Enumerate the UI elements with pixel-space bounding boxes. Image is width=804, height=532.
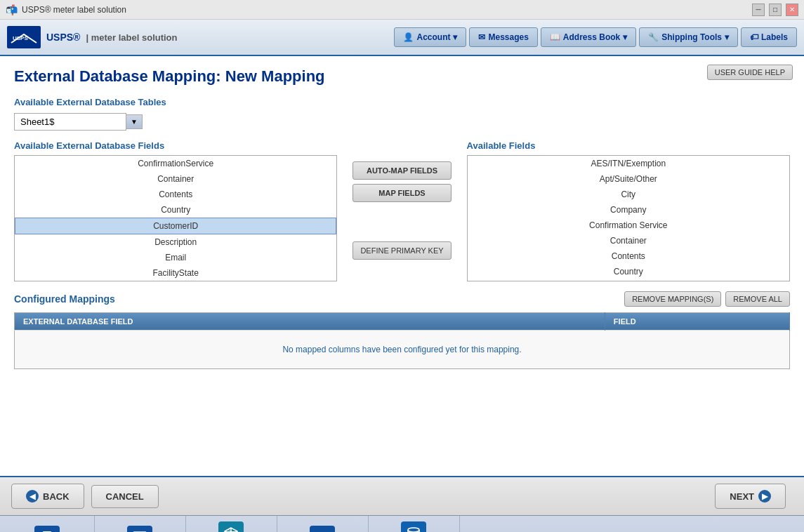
next-label: NEXT: [730, 491, 754, 502]
logo-subtitle: | meter label solution: [86, 32, 177, 43]
taskbar-create-shipments[interactable]: Create Shipments: [0, 516, 95, 532]
account-icon: 👤: [403, 32, 414, 42]
main-content: USER GUIDE HELP External Database Mappin…: [0, 56, 804, 476]
shipping-tools-chevron-icon: ▾: [725, 32, 729, 42]
title-bar-text: USPS® meter label solution: [22, 5, 126, 15]
address-book-icon: 📖: [550, 32, 560, 42]
usps-logo: USPS USPS® | meter label solution: [7, 26, 178, 48]
mappings-body: No mapped columns have been configured y…: [15, 331, 790, 369]
right-panel-title: Available Fields: [467, 140, 790, 151]
database-management-icon: [401, 521, 426, 532]
logo-usps-text: USPS®: [46, 32, 80, 43]
no-mappings-row: No mapped columns have been configured y…: [15, 331, 790, 369]
user-guide-button[interactable]: USER GUIDE HELP: [707, 65, 793, 80]
remove-all-button[interactable]: REMOVE ALL: [725, 291, 790, 307]
messages-icon: ✉: [478, 32, 485, 42]
next-button[interactable]: NEXT ▶: [715, 484, 786, 509]
available-field-confirmservice[interactable]: Confirmation Service: [468, 218, 789, 233]
available-field-contents[interactable]: Contents: [468, 248, 789, 264]
taskbar-usps-tracking[interactable]: USPS Tracking ®: [277, 516, 369, 532]
nav-labels[interactable]: 🏷 Labels: [741, 27, 797, 47]
maximize-button[interactable]: □: [769, 4, 782, 16]
close-button[interactable]: ✕: [786, 4, 798, 16]
nav-address-book[interactable]: 📖 Address Book ▾: [541, 27, 636, 47]
package-management-icon: [218, 521, 244, 532]
create-shipments-icon: [34, 526, 60, 533]
labels-icon: 🏷: [750, 32, 758, 42]
shipping-tools-icon: 🔧: [648, 32, 659, 42]
mappings-table: EXTERNAL DATABASE FIELD FIELD No mapped …: [14, 312, 790, 369]
table-dropdown-arrow[interactable]: ▼: [126, 114, 143, 129]
field-item-email[interactable]: Email: [15, 250, 336, 265]
svg-point-11: [408, 528, 419, 532]
field-item-description[interactable]: Description: [15, 234, 336, 250]
nav-messages[interactable]: ✉ Messages: [469, 27, 537, 47]
nav-account[interactable]: 👤 Account ▾: [394, 27, 466, 47]
address-book-chevron-icon: ▾: [623, 32, 627, 42]
available-field-apt[interactable]: Apt/Suite/Other: [468, 171, 789, 187]
app-icon: 📬: [6, 4, 18, 15]
left-panel-title: Available External Database Fields: [14, 140, 337, 151]
field-item-container[interactable]: Container: [15, 171, 336, 187]
action-bar: ◀ BACK CANCEL NEXT ▶: [0, 476, 804, 515]
field-item-contents[interactable]: Contents: [15, 187, 336, 202]
back-button[interactable]: ◀ BACK: [11, 484, 84, 509]
taskbar-database-management[interactable]: DatabaseManagement: [369, 516, 460, 532]
page-title: External Database Mapping: New Mapping: [14, 67, 790, 86]
available-fields-list[interactable]: AES/ITN/Exemption Apt/Suite/Other City C…: [467, 155, 790, 281]
external-fields-list[interactable]: ConfirmationService Container Contents C…: [14, 155, 337, 281]
minimize-button[interactable]: ─: [752, 4, 765, 16]
taskbar: Create Shipments Import Orders PackageMa…: [0, 515, 804, 532]
nav-bar: USPS USPS® | meter label solution 👤 Acco…: [0, 20, 804, 56]
left-panel: Available External Database Fields Confi…: [14, 140, 337, 281]
field-item-country[interactable]: Country: [15, 202, 336, 218]
copyright-text: © 2017 United States Postal Service All …: [668, 516, 804, 532]
middle-buttons: AUTO-MAP FIELDS MAP FIELDS DEFINE PRIMAR…: [344, 140, 459, 260]
field-item-confirmation[interactable]: ConfirmationService: [15, 156, 336, 171]
map-fields-button[interactable]: MAP FIELDS: [352, 184, 451, 202]
available-tables-title: Available External Database Tables: [14, 97, 790, 107]
right-panel: Available Fields AES/ITN/Exemption Apt/S…: [467, 140, 790, 281]
nav-shipping-tools[interactable]: 🔧 Shipping Tools ▾: [639, 27, 738, 47]
available-field-city[interactable]: City: [468, 187, 789, 202]
usps-eagle-icon: USPS: [7, 26, 41, 48]
available-field-container[interactable]: Container: [468, 233, 789, 248]
available-field-company[interactable]: Company: [468, 202, 789, 218]
taskbar-import-orders[interactable]: Import Orders: [95, 516, 186, 532]
usps-tracking-icon: [310, 526, 335, 533]
next-icon: ▶: [758, 490, 771, 503]
mappings-header: EXTERNAL DATABASE FIELD FIELD: [15, 313, 790, 331]
import-orders-icon: [127, 526, 152, 533]
account-chevron-icon: ▾: [453, 32, 457, 42]
table-dropdown-input[interactable]: [14, 113, 126, 131]
remove-buttons: REMOVE MAPPING(S) REMOVE ALL: [624, 291, 790, 307]
col-field: FIELD: [605, 313, 789, 331]
configured-mappings-header: Configured Mappings REMOVE MAPPING(S) RE…: [14, 291, 790, 307]
field-item-facilitystate[interactable]: FacilityState: [15, 265, 336, 281]
remove-mappings-button[interactable]: REMOVE MAPPING(S): [624, 291, 721, 307]
title-bar: 📬 USPS® meter label solution ─ □ ✕: [0, 0, 804, 20]
field-item-customerid[interactable]: CustomerID: [15, 218, 336, 234]
auto-map-button[interactable]: AUTO-MAP FIELDS: [352, 161, 451, 180]
col-external-field: EXTERNAL DATABASE FIELD: [15, 313, 605, 331]
taskbar-package-management[interactable]: PackageManagement: [186, 516, 277, 532]
available-field-aes[interactable]: AES/ITN/Exemption: [468, 156, 789, 171]
back-icon: ◀: [26, 490, 39, 503]
table-dropdown-row: ▼: [14, 113, 790, 131]
back-label: BACK: [43, 491, 70, 502]
fields-container: Available External Database Fields Confi…: [14, 140, 790, 281]
cancel-label: CANCEL: [106, 491, 144, 502]
define-primary-key-button[interactable]: DEFINE PRIMARY KEY: [352, 241, 451, 260]
window-controls: ─ □ ✕: [752, 4, 798, 16]
no-mappings-message: No mapped columns have been configured y…: [15, 331, 790, 369]
nav-items: 👤 Account ▾ ✉ Messages 📖 Address Book ▾ …: [394, 27, 797, 47]
configured-title: Configured Mappings: [14, 293, 115, 305]
configured-mappings-section: Configured Mappings REMOVE MAPPING(S) RE…: [14, 291, 790, 369]
available-field-country[interactable]: Country: [468, 264, 789, 279]
cancel-button[interactable]: CANCEL: [91, 485, 159, 508]
